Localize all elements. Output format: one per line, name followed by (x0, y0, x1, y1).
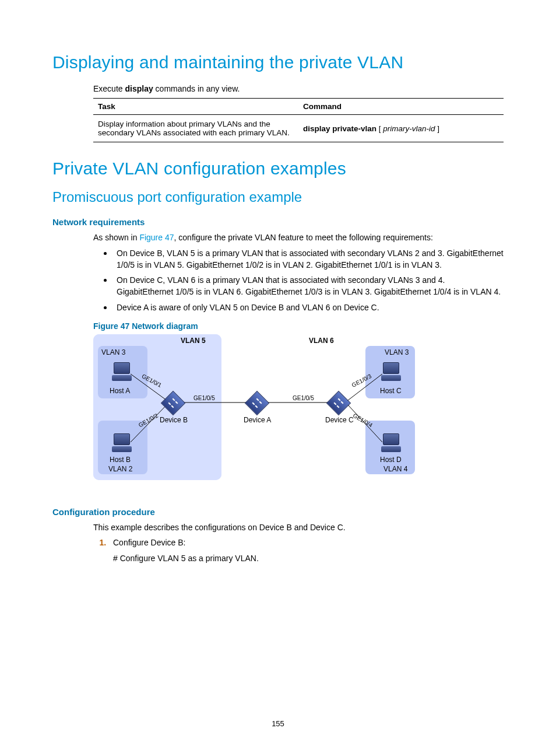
netreq-prefix: As shown in (93, 233, 139, 242)
computer-icon (111, 362, 133, 381)
ge105a-label: GE1/0/5 (193, 395, 215, 401)
heading-network-req: Network requirements (52, 217, 504, 227)
figure-caption: Figure 47 Network diagram (93, 321, 504, 331)
vlan3a-label: VLAN 3 (101, 348, 125, 356)
heading-config-examples: Private VLAN configuration examples (52, 159, 504, 178)
vlan5-label: VLAN 5 (181, 337, 206, 345)
vlan2-label: VLAN 2 (108, 465, 132, 473)
switch-icon (163, 393, 183, 412)
cmd-rest1: [ (376, 124, 383, 133)
cell-task: Display information about primary VLANs … (93, 115, 298, 142)
list-item: On Device C, VLAN 6 is a primary VLAN th… (93, 274, 504, 298)
hostB-label: Host B (110, 456, 131, 464)
intro-bold: display (125, 84, 153, 93)
heading-config-procedure: Configuration procedure (52, 507, 504, 517)
hostD-label: Host D (380, 456, 402, 464)
page-number: 155 (0, 719, 556, 728)
computer-icon (111, 433, 133, 452)
vlan6-label: VLAN 6 (309, 337, 334, 345)
table-row: Display information about primary VLANs … (93, 115, 504, 142)
intro-suffix: commands in any view. (153, 84, 240, 93)
cell-command: display private-vlan [ primary-vlan-id ] (298, 115, 504, 142)
intro-paragraph: Execute display commands in any view. (93, 83, 504, 94)
intro-prefix: Execute (93, 84, 125, 93)
devC-label: Device C (325, 416, 354, 424)
cmd-rest2: ] (435, 124, 440, 133)
procedure-list: Configure Device B: # Configure VLAN 5 a… (93, 537, 504, 564)
figure-link[interactable]: Figure 47 (139, 233, 174, 242)
devB-label: Device B (160, 416, 188, 424)
th-task: Task (93, 99, 298, 115)
network-diagram: VLAN 5 VLAN 6 VLAN 3 VLAN 2 VLAN 3 VLAN … (93, 334, 420, 486)
computer-icon (380, 362, 402, 381)
netreq-paragraph: As shown in Figure 47, configure the pri… (93, 232, 504, 243)
ge105b-label: GE1/0/5 (293, 395, 314, 401)
computer-icon (380, 433, 402, 452)
list-item: Device A is aware of only VLAN 5 on Devi… (93, 302, 504, 313)
requirements-list: On Device B, VLAN 5 is a primary VLAN th… (93, 247, 504, 313)
vlan4-label: VLAN 4 (383, 465, 407, 473)
command-table: Task Command Display information about p… (93, 98, 504, 142)
switch-icon (329, 393, 349, 412)
step1-sub: # Configure VLAN 5 as a primary VLAN. (113, 552, 504, 564)
confproc-paragraph: This example describes the configuration… (93, 522, 504, 533)
hostC-label: Host C (380, 387, 402, 395)
netreq-suffix: , configure the private VLAN feature to … (174, 233, 433, 242)
heading-promiscuous: Promiscuous port configuration example (52, 189, 504, 205)
th-command: Command (298, 99, 504, 115)
devA-label: Device A (244, 416, 271, 424)
cmd-italic: primary-vlan-id (383, 124, 435, 133)
cmd-bold: display private-vlan (303, 124, 376, 133)
step-item: Configure Device B: # Configure VLAN 5 a… (108, 537, 504, 564)
list-item: On Device B, VLAN 5 is a primary VLAN th… (93, 247, 504, 271)
switch-icon (247, 393, 267, 412)
vlan3b-label: VLAN 3 (385, 348, 409, 356)
hostA-label: Host A (110, 387, 130, 395)
step1-title: Configure Device B: (113, 538, 186, 547)
heading-display-maintain: Displaying and maintaining the private V… (52, 52, 504, 72)
